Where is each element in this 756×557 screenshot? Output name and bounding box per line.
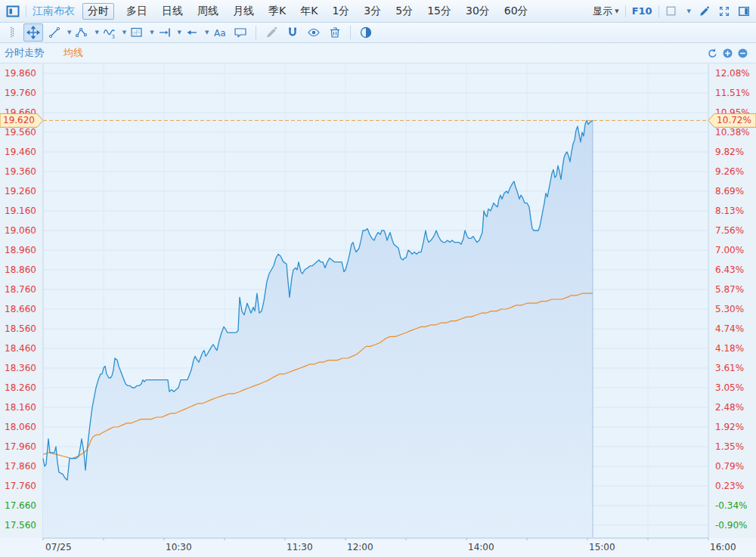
delete-tool-icon[interactable] — [328, 26, 342, 39]
layout-panel-icon[interactable] — [6, 5, 20, 18]
period-tab[interactable]: 1分 — [330, 3, 352, 20]
move-tool-button[interactable] — [23, 23, 43, 42]
price-axis-labels: 19.86019.76019.66019.56019.46019.36019.2… — [5, 68, 36, 531]
layout-select-icon[interactable] — [665, 5, 677, 17]
price-axis-label: 18.660 — [5, 304, 36, 314]
magnet-tool-button[interactable] — [283, 23, 302, 42]
wave-tool-icon[interactable]: 3 — [103, 26, 116, 39]
polyline-tool-button[interactable] — [72, 23, 91, 42]
extend-tool-icon[interactable] — [158, 26, 172, 39]
price-axis-label: 19.260 — [5, 186, 36, 196]
magnet-tool-icon[interactable] — [286, 26, 299, 39]
polyline-tool-icon[interactable] — [75, 26, 88, 39]
percent-axis-label: 4.18% — [715, 343, 744, 354]
time-axis-label: 11:30 — [287, 542, 313, 552]
chart-header: 分时走势 均线 — [0, 43, 756, 63]
price-axis-label: 18.160 — [5, 402, 36, 413]
drag-handle-button[interactable] — [2, 23, 22, 42]
price-axis-label: 18.560 — [5, 323, 36, 334]
price-axis-label: 18.060 — [5, 422, 36, 432]
move-tool-icon[interactable] — [26, 26, 40, 39]
period-tab[interactable]: 周线 — [195, 3, 221, 20]
percent-axis-label: -0.90% — [715, 520, 747, 531]
divider — [350, 26, 351, 39]
period-tab[interactable]: 5分 — [393, 3, 415, 20]
period-tab[interactable]: 60分 — [502, 3, 531, 20]
comment-tool-icon[interactable] — [234, 26, 247, 39]
period-tab[interactable]: 30分 — [463, 3, 492, 20]
visibility-tool-icon[interactable] — [307, 26, 321, 39]
period-tab[interactable]: 3分 — [361, 3, 383, 20]
fullscreen-icon[interactable] — [718, 5, 730, 17]
drag-handle-icon[interactable] — [5, 26, 19, 39]
pencil-tool-icon[interactable] — [265, 26, 278, 39]
average-line-tab[interactable]: 均线 — [64, 46, 83, 60]
time-axis-label: 12:00 — [347, 542, 373, 552]
price-axis-label: 17.660 — [5, 500, 36, 511]
text-tool-button[interactable]: Aa — [209, 23, 229, 42]
extend-tool-button[interactable] — [155, 23, 175, 42]
price-axis-label: 17.860 — [5, 461, 36, 472]
time-axis-label: 10:30 — [166, 542, 192, 552]
price-axis-label: 18.860 — [5, 265, 36, 275]
display-dropdown[interactable]: 显示 ▼ — [593, 5, 618, 18]
period-tab[interactable]: 月线 — [231, 3, 256, 20]
x-axis-strip — [0, 538, 756, 557]
time-axis-label: 07/25 — [45, 542, 72, 552]
delete-tool-button[interactable] — [325, 23, 345, 42]
chevron-down-icon: ▼ — [615, 8, 618, 14]
zoom-controls — [707, 48, 751, 59]
price-axis-label: 18.260 — [5, 382, 36, 393]
period-tab[interactable]: 年K — [298, 3, 320, 20]
trendline-tool-icon[interactable] — [48, 26, 61, 39]
svg-text:3: 3 — [111, 34, 114, 40]
percent-axis-label: 9.26% — [715, 166, 744, 177]
visibility-tool-button[interactable] — [304, 23, 324, 42]
percent-axis-label: 12.08% — [715, 68, 750, 79]
arrow-tool-icon[interactable] — [185, 26, 199, 39]
chevron-down-icon: ▼ — [687, 8, 691, 14]
price-axis-label: 19.160 — [5, 206, 36, 216]
percent-axis-label: 1.92% — [715, 422, 744, 432]
svg-text:19.620: 19.620 — [3, 115, 35, 125]
f10-button[interactable]: F10 — [632, 5, 652, 17]
contrast-tool-icon[interactable] — [359, 26, 373, 39]
undo-icon[interactable] — [707, 48, 718, 59]
period-tab[interactable]: 多日 — [124, 3, 150, 20]
contrast-tool-button[interactable] — [356, 23, 376, 42]
brush-icon[interactable] — [699, 5, 711, 17]
time-axis-label: 16:00 — [710, 542, 736, 552]
divider — [625, 5, 626, 17]
wave-tool-button[interactable]: 3 — [100, 23, 119, 42]
chart-title-tab[interactable]: 分时走势 — [5, 46, 44, 60]
period-tab[interactable]: 季K — [266, 3, 288, 20]
chart-canvas[interactable]: 19.86019.76019.66019.56019.46019.36019.2… — [0, 0, 756, 557]
price-axis-label: 19.460 — [5, 147, 36, 157]
stock-name-tab[interactable]: 江南布衣 — [33, 5, 75, 18]
sidebar-right-icon[interactable] — [738, 5, 750, 17]
percent-axis-label: 7.00% — [715, 245, 744, 255]
comment-tool-button[interactable] — [231, 23, 250, 42]
divider — [658, 5, 659, 17]
percent-axis-label: 6.43% — [715, 265, 744, 275]
percent-axis-label: 7.56% — [715, 225, 744, 236]
divider — [256, 26, 256, 39]
zoom-in-icon[interactable] — [722, 48, 733, 59]
gann-tool-button[interactable] — [127, 23, 147, 42]
percent-axis-label: 8.13% — [715, 206, 744, 216]
price-axis-label: 19.560 — [5, 127, 36, 138]
arrow-tool-button[interactable] — [182, 23, 202, 42]
stock-chart-window: 19.86019.76019.66019.56019.46019.36019.2… — [0, 0, 756, 557]
time-axis-label: 15:00 — [589, 542, 615, 552]
text-tool-icon[interactable]: Aa — [212, 26, 226, 39]
period-tabs: 分时多日日线周线月线季K年K1分3分5分15分30分60分 — [82, 3, 541, 20]
gann-tool-icon[interactable] — [130, 26, 144, 39]
pencil-tool-button[interactable] — [262, 23, 281, 42]
period-tab[interactable]: 日线 — [160, 3, 185, 20]
trendline-tool-button[interactable] — [45, 23, 64, 42]
price-axis-label: 18.360 — [5, 363, 36, 373]
period-tab[interactable]: 15分 — [425, 3, 454, 20]
zoom-out-icon[interactable] — [737, 48, 748, 59]
percent-axis-label: 4.74% — [715, 323, 744, 334]
period-tab[interactable]: 分时 — [82, 3, 114, 20]
